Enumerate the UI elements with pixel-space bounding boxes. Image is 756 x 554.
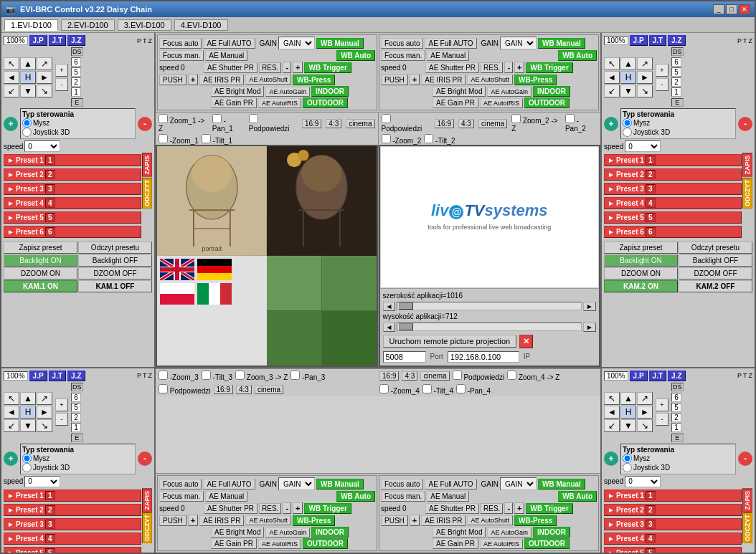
cam4-wb-manual-btn[interactable]: WB Manual bbox=[538, 479, 585, 489]
cam1-outdoor-btn[interactable]: OUTDOOR bbox=[303, 97, 348, 108]
cam1-jz-btn[interactable]: J.Z bbox=[67, 35, 85, 46]
cam1-arrow-ul[interactable]: ↖ bbox=[4, 57, 19, 70]
cam2-ae-full-auto-btn[interactable]: AE Full AUTO bbox=[425, 38, 476, 49]
cam3-plus-btn[interactable]: + bbox=[293, 502, 303, 514]
cam2-jz-btn[interactable]: J.Z bbox=[668, 35, 685, 46]
aspect-169-btn-1[interactable]: 16:9 bbox=[302, 119, 321, 128]
tilt1-check[interactable]: -Tilt_1 bbox=[202, 134, 232, 145]
cam4-ae-bright-btn[interactable]: AE Bright Mod bbox=[433, 527, 486, 538]
cam1-push-plus-btn[interactable]: + bbox=[188, 74, 198, 85]
cam2-minus-btn[interactable]: - bbox=[504, 62, 513, 73]
cam3-wb-auto-btn[interactable]: WB Auto bbox=[336, 491, 375, 502]
cam2-preset-3-btn[interactable]: ►Preset 33 bbox=[604, 183, 742, 195]
cam3-mysz-radio[interactable]: Mysz bbox=[22, 454, 133, 463]
cam2-push-plus[interactable]: + bbox=[410, 74, 420, 85]
cam1-preset-3-btn[interactable]: ►Preset 3 3 bbox=[4, 183, 141, 195]
cam3-speed-select[interactable]: 01 bbox=[24, 476, 60, 487]
cam1-ae-shutter-btn[interactable]: AE Shutter PR bbox=[204, 62, 257, 73]
cam3-ae-manual-btn[interactable]: AE Manual bbox=[205, 491, 247, 502]
scroll-right-btn-2[interactable]: ► bbox=[583, 323, 596, 332]
cam2-arrow-ul[interactable]: ↖ bbox=[604, 57, 620, 70]
cam4-arrow-dr[interactable]: ↘ bbox=[637, 419, 653, 432]
cam4-mysz-radio[interactable]: Mysz bbox=[623, 454, 734, 463]
cam1-zoom-out[interactable]: - bbox=[55, 78, 68, 91]
pan1-check[interactable]: -Pan_1 bbox=[212, 114, 245, 133]
zoom4-z-check[interactable]: Zoom_4 -> Z bbox=[507, 371, 559, 381]
cam2-ae-gain-btn[interactable]: AE Gain PR bbox=[433, 97, 478, 108]
cam3-arrow-left[interactable]: ◄ bbox=[4, 406, 19, 419]
cam3-gain-select[interactable]: GAIN bbox=[278, 477, 315, 490]
cam1-preset-1-btn[interactable]: ►Preset 1 1 bbox=[4, 154, 141, 166]
cam4-focus-auto-btn[interactable]: Focus auto bbox=[381, 479, 423, 489]
cam4-wb-press-btn[interactable]: WB-Press bbox=[514, 515, 557, 526]
cam2-read-preset-btn[interactable]: Odczyt presetu bbox=[679, 242, 752, 254]
aspect-cinema-btn-3[interactable]: cinema bbox=[255, 385, 283, 394]
cam3-focus-auto-btn[interactable]: Focus auto bbox=[159, 479, 202, 489]
cam1-zoom-in[interactable]: + bbox=[55, 64, 68, 77]
cam1-minus-btn[interactable]: - bbox=[283, 62, 291, 73]
cam3-preset-4-btn[interactable]: ►Preset 44 bbox=[4, 532, 141, 545]
cam3-jp-btn[interactable]: J.P bbox=[29, 371, 47, 381]
cam2-backlight-on-btn[interactable]: Backlight ON bbox=[604, 254, 678, 267]
cam4-ae-autoiris-btn[interactable]: AE AutoIRIS bbox=[480, 539, 523, 549]
cam1-jp-btn[interactable]: J.P bbox=[29, 35, 47, 46]
pan4-check[interactable]: -Pan_4 bbox=[456, 384, 491, 395]
zoom1-check[interactable]: -Zoom_1 bbox=[159, 134, 199, 145]
cam1-preset-4-btn[interactable]: ►Preset 4 4 bbox=[4, 197, 141, 209]
cam1-arrow-ur[interactable]: ↗ bbox=[37, 57, 52, 70]
cam3-ae-full-auto-btn[interactable]: AE Full AUTO bbox=[203, 479, 255, 489]
cam1-indoor-btn[interactable]: INDOOR bbox=[311, 86, 349, 97]
cam1-focus-man-btn[interactable]: Focus man. bbox=[159, 50, 204, 61]
cam1-dzoom-on-btn[interactable]: DZOOM ON bbox=[4, 267, 77, 280]
cam2-wb-auto-btn[interactable]: WB Auto bbox=[558, 50, 597, 61]
cam2-push-btn[interactable]: PUSH bbox=[381, 75, 408, 85]
cam1-wb-manual-btn[interactable]: WB Manual bbox=[316, 38, 364, 49]
cam2-indoor-btn[interactable]: INDOOR bbox=[533, 86, 570, 97]
cam4-push-btn[interactable]: PUSH bbox=[381, 515, 408, 526]
cam2-ae-manual-btn[interactable]: AE Manual bbox=[427, 50, 469, 61]
cam2-mysz-radio[interactable]: Mysz bbox=[623, 118, 734, 128]
cam2-focus-auto-btn[interactable]: Focus auto bbox=[381, 38, 423, 49]
cam2-zoom-out[interactable]: - bbox=[656, 78, 668, 91]
cam1-backlight-off-btn[interactable]: Backlight OFF bbox=[78, 254, 152, 267]
cam2-arrow-dr[interactable]: ↘ bbox=[637, 85, 653, 97]
cam2-wb-press-btn[interactable]: WB-Press bbox=[514, 75, 557, 85]
podpowiedzi-check-2[interactable]: Podpowiedzi bbox=[382, 114, 430, 133]
cam4-odczyt-btn[interactable]: ODCZYT bbox=[742, 512, 752, 543]
tilt3-check[interactable]: -Tilt_3 bbox=[202, 371, 232, 381]
cam2-ae-shutter-btn[interactable]: AE Shutter PR bbox=[425, 62, 479, 73]
cam3-arrow-right[interactable]: ► bbox=[37, 406, 52, 419]
cam4-arrow-ur[interactable]: ↗ bbox=[637, 392, 653, 405]
cam2-jp-btn[interactable]: J.P bbox=[630, 35, 648, 46]
cam2-dzoom-off-btn[interactable]: DZOOM OFF bbox=[679, 267, 752, 280]
tilt4-check[interactable]: -Tilt_4 bbox=[422, 384, 453, 395]
podpowiedzi-check-1[interactable]: Podpowiedzi bbox=[249, 114, 298, 133]
cam1-ae-bright-btn[interactable]: AE Bright Mod bbox=[211, 86, 264, 97]
cam3-wb-trigger-btn[interactable]: WB Trigger bbox=[304, 503, 351, 514]
cam2-arrow-right[interactable]: ► bbox=[637, 71, 653, 84]
aspect-43-btn-4[interactable]: 4:3 bbox=[402, 371, 417, 381]
cam3-teal-icon[interactable]: + bbox=[4, 452, 18, 466]
cam4-indoor-btn[interactable]: INDOOR bbox=[533, 527, 570, 538]
cam4-arrow-up[interactable]: ▲ bbox=[620, 392, 636, 405]
cam3-wb-press-btn[interactable]: WB-Press bbox=[293, 515, 335, 526]
cam3-arrow-home[interactable]: H bbox=[20, 406, 36, 419]
aspect-43-btn-3[interactable]: 4:3 bbox=[236, 385, 252, 394]
pan2-check[interactable]: -Pan_2 bbox=[565, 114, 597, 133]
cam2-preset-5-btn[interactable]: ►Preset 55 bbox=[604, 211, 742, 224]
cam4-arrow-right[interactable]: ► bbox=[637, 406, 653, 419]
cam4-plus-btn[interactable]: + bbox=[514, 502, 524, 514]
cam3-res-btn[interactable]: RES. bbox=[259, 503, 281, 514]
cam3-preset-2-btn[interactable]: ►Preset 22 bbox=[4, 504, 141, 516]
cam1-ae-manual-btn[interactable]: AE Manual bbox=[205, 50, 247, 61]
hscroll-2[interactable] bbox=[397, 323, 582, 331]
cam4-ae-full-auto-btn[interactable]: AE Full AUTO bbox=[425, 479, 476, 489]
cam4-ae-gain-btn[interactable]: AE Gain PR bbox=[433, 538, 478, 549]
tab-1[interactable]: 1.EVI-D100 bbox=[4, 19, 58, 31]
scroll-left-btn-2[interactable]: ◄ bbox=[383, 323, 396, 332]
cam3-indoor-btn[interactable]: INDOOR bbox=[311, 527, 349, 538]
cam2-kam-off-btn[interactable]: KAM.2 OFF bbox=[679, 280, 752, 292]
cam3-ae-gain-btn[interactable]: AE Gain PR bbox=[211, 538, 257, 549]
cam3-odczyt-btn[interactable]: ODCZYT bbox=[142, 512, 152, 543]
cam4-ae-shutter-btn[interactable]: AE Shutter PR bbox=[425, 503, 479, 514]
